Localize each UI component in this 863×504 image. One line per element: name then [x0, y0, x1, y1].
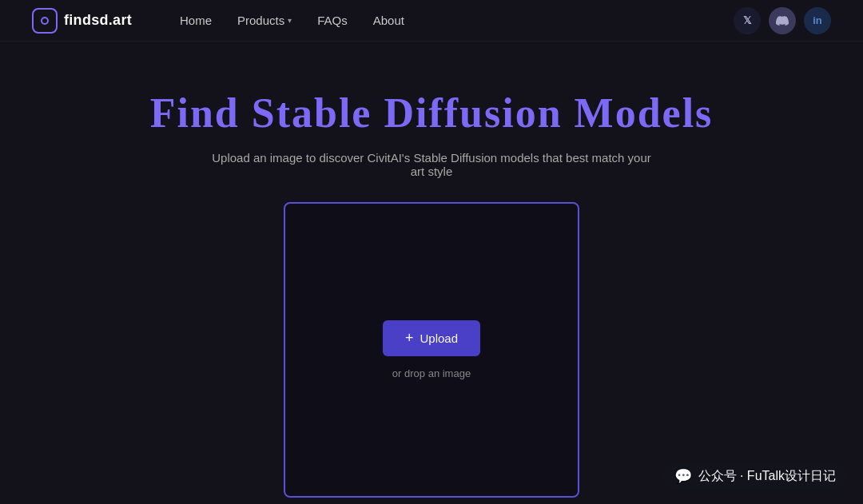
discord-icon — [776, 14, 789, 27]
drop-text: or drop an image — [392, 367, 471, 379]
nav-home[interactable]: Home — [180, 14, 212, 27]
nav-about[interactable]: About — [373, 14, 404, 27]
plus-icon: + — [405, 330, 414, 347]
nav-links: Home Products ▾ FAQs About — [180, 14, 734, 27]
navbar: findsd.art Home Products ▾ FAQs About 𝕏 … — [0, 0, 863, 42]
logo-icon — [32, 8, 58, 34]
social-links: 𝕏 in — [734, 7, 831, 34]
watermark: 💬 公众号 · FuTalk设计日记 — [663, 462, 847, 490]
nav-products[interactable]: Products ▾ — [237, 14, 292, 27]
wechat-icon: 💬 — [674, 467, 692, 485]
linkedin-button[interactable]: in — [804, 7, 831, 34]
main-content: Find Stable Diffusion Models Upload an i… — [0, 42, 863, 498]
hero-title: Find Stable Diffusion Models — [150, 89, 714, 137]
logo-text: findsd.art — [64, 12, 132, 29]
upload-button[interactable]: + Upload — [383, 320, 480, 356]
hero-subtitle: Upload an image to discover CivitAI's St… — [208, 151, 655, 178]
logo-link[interactable]: findsd.art — [32, 8, 132, 34]
twitter-x-button[interactable]: 𝕏 — [734, 7, 761, 34]
discord-button[interactable] — [769, 7, 796, 34]
watermark-text: 公众号 · FuTalk设计日记 — [698, 468, 836, 485]
chevron-down-icon: ▾ — [288, 16, 292, 25]
upload-dropzone[interactable]: + Upload or drop an image — [284, 202, 579, 498]
nav-faqs[interactable]: FAQs — [317, 14, 348, 27]
logo-inner — [41, 17, 49, 25]
